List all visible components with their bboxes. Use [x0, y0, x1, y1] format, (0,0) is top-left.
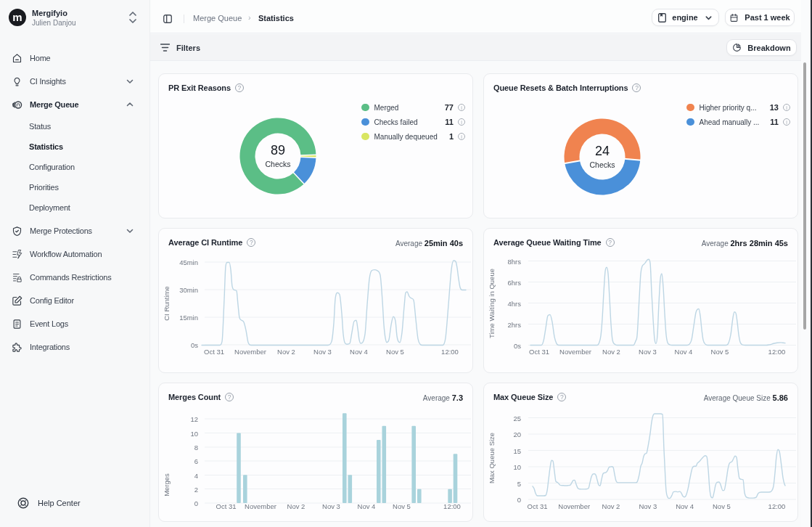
svg-text:12:00: 12:00: [441, 348, 459, 356]
svg-text:Nov 5: Nov 5: [711, 348, 729, 356]
svg-text:2hrs: 2hrs: [508, 321, 522, 329]
svg-text:November: November: [234, 348, 266, 356]
svg-text:Time Waiting in Queue: Time Waiting in Queue: [488, 269, 496, 338]
svg-text:30min: 30min: [179, 286, 198, 294]
svg-text:Max Queue Size: Max Queue Size: [488, 433, 496, 483]
svg-text:5: 5: [517, 480, 521, 488]
svg-text:45min: 45min: [179, 258, 198, 266]
svg-text:8: 8: [194, 444, 198, 452]
svg-text:November: November: [559, 348, 591, 356]
svg-text:Nov 4: Nov 4: [350, 348, 368, 356]
svg-text:0s: 0s: [514, 342, 521, 350]
svg-text:4: 4: [194, 472, 198, 480]
svg-text:10: 10: [190, 430, 198, 438]
svg-text:Nov 5: Nov 5: [713, 502, 731, 510]
svg-text:6hrs: 6hrs: [508, 279, 522, 287]
svg-text:Nov 3: Nov 3: [639, 348, 657, 356]
svg-text:0s: 0s: [191, 341, 198, 349]
svg-text:12: 12: [190, 415, 198, 423]
svg-text:4hrs: 4hrs: [508, 300, 522, 308]
svg-text:25: 25: [513, 414, 521, 422]
svg-text:6: 6: [194, 457, 198, 465]
svg-text:Oct 31: Oct 31: [528, 502, 548, 510]
svg-text:November: November: [245, 502, 276, 510]
svg-text:12:00: 12:00: [443, 502, 461, 510]
svg-text:20: 20: [513, 430, 521, 438]
svg-text:CI Runtime: CI Runtime: [163, 286, 171, 321]
svg-text:Nov 3: Nov 3: [639, 502, 657, 510]
svg-text:Oct 31: Oct 31: [204, 348, 224, 356]
svg-text:10: 10: [513, 463, 521, 471]
svg-text:Nov 4: Nov 4: [676, 502, 694, 510]
svg-text:Nov 5: Nov 5: [386, 348, 404, 356]
svg-text:Nov 3: Nov 3: [313, 348, 332, 356]
svg-text:0: 0: [194, 499, 198, 507]
svg-text:Nov 2: Nov 2: [602, 502, 620, 510]
svg-text:Nov 3: Nov 3: [322, 502, 340, 510]
svg-text:Nov 2: Nov 2: [277, 348, 295, 356]
svg-text:Merges: Merges: [163, 473, 171, 497]
svg-text:12:00: 12:00: [768, 502, 786, 510]
svg-text:Nov 2: Nov 2: [287, 502, 305, 510]
svg-text:8hrs: 8hrs: [508, 258, 522, 266]
svg-text:2: 2: [194, 486, 198, 494]
svg-text:Nov 4: Nov 4: [675, 348, 693, 356]
svg-text:Oct 31: Oct 31: [216, 502, 237, 510]
svg-text:15: 15: [513, 447, 521, 455]
svg-text:0: 0: [517, 496, 521, 504]
svg-text:Nov 4: Nov 4: [358, 502, 376, 510]
svg-text:Nov 5: Nov 5: [393, 502, 411, 510]
svg-text:Oct 31: Oct 31: [529, 348, 549, 356]
svg-text:Nov 2: Nov 2: [602, 348, 620, 356]
svg-text:15min: 15min: [179, 314, 198, 322]
svg-text:12:00: 12:00: [768, 348, 786, 356]
svg-text:November: November: [558, 502, 590, 510]
